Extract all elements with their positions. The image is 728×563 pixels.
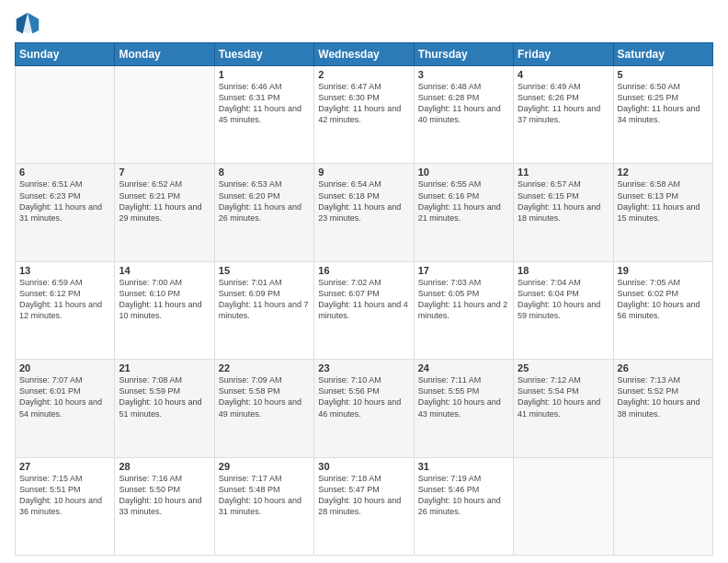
calendar-day-5: 5Sunrise: 6:50 AM Sunset: 6:25 PM Daylig… (613, 66, 712, 164)
calendar-day-11: 11Sunrise: 6:57 AM Sunset: 6:15 PM Dayli… (514, 164, 613, 261)
calendar-day-9: 9Sunrise: 6:54 AM Sunset: 6:18 PM Daylig… (314, 164, 414, 261)
day-number: 19 (618, 265, 709, 276)
day-number: 18 (518, 265, 609, 276)
day-number: 16 (318, 265, 409, 276)
calendar-week-4: 20Sunrise: 7:07 AM Sunset: 6:01 PM Dayli… (16, 360, 713, 457)
calendar-day-30: 30Sunrise: 7:18 AM Sunset: 5:47 PM Dayli… (314, 457, 414, 555)
calendar-day-28: 28Sunrise: 7:16 AM Sunset: 5:50 PM Dayli… (115, 457, 214, 555)
calendar-empty-cell (613, 457, 712, 555)
day-info: Sunrise: 7:18 AM Sunset: 5:47 PM Dayligh… (318, 473, 409, 518)
calendar-day-26: 26Sunrise: 7:13 AM Sunset: 5:52 PM Dayli… (613, 360, 712, 457)
day-info: Sunrise: 7:09 AM Sunset: 5:58 PM Dayligh… (219, 374, 310, 419)
calendar-day-25: 25Sunrise: 7:12 AM Sunset: 5:54 PM Dayli… (514, 360, 613, 457)
calendar-day-27: 27Sunrise: 7:15 AM Sunset: 5:51 PM Dayli… (16, 457, 115, 555)
calendar-header-saturday: Saturday (613, 43, 712, 66)
page: SundayMondayTuesdayWednesdayThursdayFrid… (0, 0, 728, 563)
day-number: 4 (518, 69, 609, 80)
calendar-day-4: 4Sunrise: 6:49 AM Sunset: 6:26 PM Daylig… (514, 66, 613, 164)
day-info: Sunrise: 7:07 AM Sunset: 6:01 PM Dayligh… (19, 374, 110, 419)
calendar-day-10: 10Sunrise: 6:55 AM Sunset: 6:16 PM Dayli… (414, 164, 513, 261)
day-number: 14 (119, 265, 210, 276)
day-info: Sunrise: 7:03 AM Sunset: 6:05 PM Dayligh… (418, 277, 509, 322)
day-info: Sunrise: 6:53 AM Sunset: 6:20 PM Dayligh… (219, 178, 310, 224)
day-info: Sunrise: 6:54 AM Sunset: 6:18 PM Dayligh… (318, 178, 409, 224)
day-info: Sunrise: 7:02 AM Sunset: 6:07 PM Dayligh… (318, 277, 409, 322)
day-info: Sunrise: 6:55 AM Sunset: 6:16 PM Dayligh… (418, 178, 509, 224)
calendar-header-sunday: Sunday (16, 43, 115, 66)
header (15, 11, 713, 37)
calendar-day-18: 18Sunrise: 7:04 AM Sunset: 6:04 PM Dayli… (514, 261, 613, 359)
day-info: Sunrise: 7:12 AM Sunset: 5:54 PM Dayligh… (518, 374, 609, 419)
day-number: 31 (418, 461, 509, 472)
day-number: 7 (119, 167, 210, 178)
day-info: Sunrise: 6:58 AM Sunset: 6:13 PM Dayligh… (618, 178, 709, 224)
calendar-week-2: 6Sunrise: 6:51 AM Sunset: 6:23 PM Daylig… (16, 164, 713, 261)
day-info: Sunrise: 6:51 AM Sunset: 6:23 PM Dayligh… (19, 178, 110, 224)
day-number: 2 (318, 69, 409, 80)
day-info: Sunrise: 7:16 AM Sunset: 5:50 PM Dayligh… (119, 473, 210, 518)
calendar-day-12: 12Sunrise: 6:58 AM Sunset: 6:13 PM Dayli… (613, 164, 712, 261)
calendar-week-5: 27Sunrise: 7:15 AM Sunset: 5:51 PM Dayli… (16, 457, 713, 555)
day-number: 21 (119, 362, 210, 373)
day-number: 17 (418, 265, 509, 276)
calendar-day-1: 1Sunrise: 6:46 AM Sunset: 6:31 PM Daylig… (214, 66, 313, 164)
day-info: Sunrise: 7:01 AM Sunset: 6:09 PM Dayligh… (219, 277, 310, 322)
calendar-day-17: 17Sunrise: 7:03 AM Sunset: 6:05 PM Dayli… (414, 261, 513, 359)
day-number: 10 (418, 167, 509, 178)
day-number: 23 (318, 362, 409, 373)
day-number: 13 (19, 265, 110, 276)
day-number: 5 (618, 69, 709, 80)
day-number: 8 (219, 167, 310, 178)
calendar-header-monday: Monday (115, 43, 214, 66)
day-info: Sunrise: 6:47 AM Sunset: 6:30 PM Dayligh… (318, 81, 409, 126)
calendar-day-23: 23Sunrise: 7:10 AM Sunset: 5:56 PM Dayli… (314, 360, 414, 457)
calendar-day-6: 6Sunrise: 6:51 AM Sunset: 6:23 PM Daylig… (16, 164, 115, 261)
calendar-day-13: 13Sunrise: 6:59 AM Sunset: 6:12 PM Dayli… (16, 261, 115, 359)
calendar-table: SundayMondayTuesdayWednesdayThursdayFrid… (15, 42, 713, 556)
day-info: Sunrise: 6:50 AM Sunset: 6:25 PM Dayligh… (618, 81, 709, 126)
day-number: 24 (418, 362, 509, 373)
day-number: 15 (219, 265, 310, 276)
day-info: Sunrise: 7:00 AM Sunset: 6:10 PM Dayligh… (119, 277, 210, 322)
calendar-header-tuesday: Tuesday (214, 43, 313, 66)
day-number: 22 (219, 362, 310, 373)
day-info: Sunrise: 7:10 AM Sunset: 5:56 PM Dayligh… (318, 374, 409, 419)
calendar-day-19: 19Sunrise: 7:05 AM Sunset: 6:02 PM Dayli… (613, 261, 712, 359)
calendar-day-29: 29Sunrise: 7:17 AM Sunset: 5:48 PM Dayli… (214, 457, 313, 555)
calendar-header-friday: Friday (514, 43, 613, 66)
day-number: 3 (418, 69, 509, 80)
calendar-day-16: 16Sunrise: 7:02 AM Sunset: 6:07 PM Dayli… (314, 261, 414, 359)
day-info: Sunrise: 7:17 AM Sunset: 5:48 PM Dayligh… (219, 473, 310, 518)
day-info: Sunrise: 7:15 AM Sunset: 5:51 PM Dayligh… (19, 473, 110, 518)
calendar-week-1: 1Sunrise: 6:46 AM Sunset: 6:31 PM Daylig… (16, 66, 713, 164)
day-info: Sunrise: 7:05 AM Sunset: 6:02 PM Dayligh… (618, 277, 709, 322)
calendar-day-8: 8Sunrise: 6:53 AM Sunset: 6:20 PM Daylig… (214, 164, 313, 261)
day-number: 1 (219, 69, 310, 80)
day-number: 6 (19, 167, 110, 178)
day-info: Sunrise: 6:52 AM Sunset: 6:21 PM Dayligh… (119, 178, 210, 224)
day-number: 20 (19, 362, 110, 373)
day-info: Sunrise: 7:13 AM Sunset: 5:52 PM Dayligh… (618, 374, 709, 419)
calendar-week-3: 13Sunrise: 6:59 AM Sunset: 6:12 PM Dayli… (16, 261, 713, 359)
calendar-day-3: 3Sunrise: 6:48 AM Sunset: 6:28 PM Daylig… (414, 66, 513, 164)
day-info: Sunrise: 6:57 AM Sunset: 6:15 PM Dayligh… (518, 178, 609, 224)
calendar-day-20: 20Sunrise: 7:07 AM Sunset: 6:01 PM Dayli… (16, 360, 115, 457)
calendar-day-22: 22Sunrise: 7:09 AM Sunset: 5:58 PM Dayli… (214, 360, 313, 457)
day-number: 28 (119, 461, 210, 472)
day-info: Sunrise: 6:49 AM Sunset: 6:26 PM Dayligh… (518, 81, 609, 126)
day-info: Sunrise: 7:19 AM Sunset: 5:46 PM Dayligh… (418, 473, 509, 518)
calendar-header-thursday: Thursday (414, 43, 513, 66)
day-number: 25 (518, 362, 609, 373)
logo (15, 11, 44, 37)
calendar-header-wednesday: Wednesday (314, 43, 414, 66)
calendar-day-7: 7Sunrise: 6:52 AM Sunset: 6:21 PM Daylig… (115, 164, 214, 261)
calendar-header-row: SundayMondayTuesdayWednesdayThursdayFrid… (16, 43, 713, 66)
day-number: 26 (618, 362, 709, 373)
calendar-day-2: 2Sunrise: 6:47 AM Sunset: 6:30 PM Daylig… (314, 66, 414, 164)
calendar-day-15: 15Sunrise: 7:01 AM Sunset: 6:09 PM Dayli… (214, 261, 313, 359)
day-number: 11 (518, 167, 609, 178)
day-info: Sunrise: 7:11 AM Sunset: 5:55 PM Dayligh… (418, 374, 509, 419)
day-number: 27 (19, 461, 110, 472)
day-info: Sunrise: 7:04 AM Sunset: 6:04 PM Dayligh… (518, 277, 609, 322)
calendar-empty-cell (514, 457, 613, 555)
